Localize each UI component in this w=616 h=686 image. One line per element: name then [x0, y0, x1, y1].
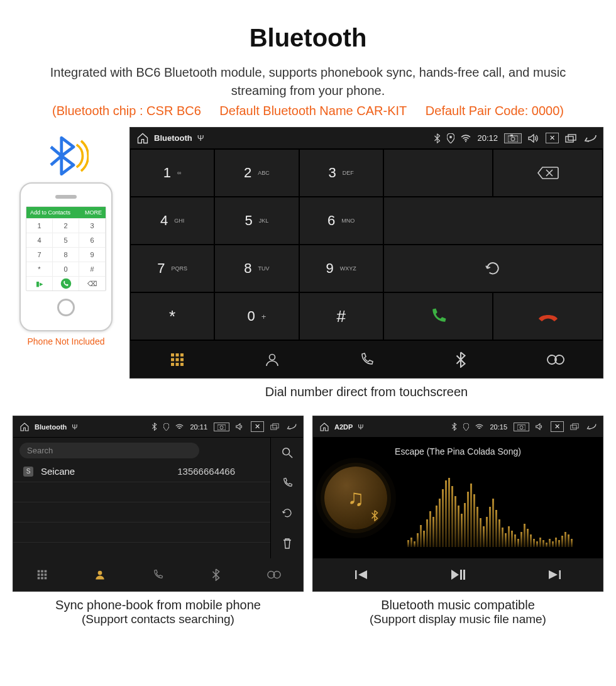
close-icon[interactable]: ✕	[546, 133, 559, 143]
handset-call-icon	[53, 276, 79, 290]
handset-key: 5	[53, 233, 79, 247]
svg-point-36	[272, 570, 281, 579]
svg-rect-13	[180, 358, 184, 361]
call-button[interactable]	[383, 292, 493, 340]
svg-rect-7	[568, 135, 576, 140]
redial-button[interactable]	[383, 245, 603, 292]
dialpad-key-8[interactable]: 8TUV	[214, 245, 299, 292]
search-input[interactable]: Search	[19, 443, 199, 458]
volume-icon[interactable]	[528, 134, 539, 143]
tab-contacts[interactable]	[224, 340, 319, 378]
svg-point-19	[553, 354, 564, 365]
svg-rect-31	[38, 577, 40, 580]
handset-video-icon: ▮▸	[26, 276, 53, 290]
svg-rect-25	[38, 570, 40, 573]
recent-apps-icon[interactable]	[565, 134, 576, 143]
close-icon[interactable]: ✕	[251, 421, 264, 432]
dialpad-key-0[interactable]: 0+	[214, 292, 299, 340]
dialer-caption: Dial number direct from touchscreen	[129, 379, 603, 411]
tab-contacts[interactable]	[71, 558, 129, 591]
home-icon[interactable]	[136, 132, 149, 145]
tab-pair[interactable]	[245, 558, 303, 591]
home-icon[interactable]	[319, 422, 329, 432]
camera-icon[interactable]	[214, 423, 229, 431]
page-subtitle: Integrated with BC6 Bluetooth module, su…	[0, 52, 616, 104]
svg-point-24	[282, 448, 289, 455]
handset-key: *	[26, 262, 53, 276]
usb-icon: Ψ	[358, 423, 363, 431]
volume-icon[interactable]	[536, 423, 544, 430]
svg-rect-10	[180, 353, 184, 357]
dialpad-key-4[interactable]: 4GHI	[130, 197, 214, 245]
location-icon	[163, 423, 169, 431]
recent-apps-icon[interactable]	[570, 423, 579, 430]
table-row	[13, 502, 270, 523]
phonebook-caption: Sync phone-book from mobile phone (Suppo…	[13, 592, 304, 638]
back-icon[interactable]	[583, 134, 597, 143]
contact-badge: S	[23, 467, 33, 477]
recent-apps-icon[interactable]	[270, 423, 279, 430]
svg-rect-22	[271, 425, 277, 429]
tab-dialpad[interactable]	[130, 340, 224, 378]
svg-rect-23	[273, 424, 278, 428]
dialpad-key-hash[interactable]: #	[299, 292, 383, 340]
svg-point-34	[98, 571, 102, 575]
svg-rect-15	[176, 363, 179, 366]
delete-icon[interactable]	[270, 528, 303, 558]
tab-bluetooth[interactable]	[414, 340, 508, 378]
table-row	[13, 482, 270, 502]
bluetooth-icon	[151, 423, 157, 431]
contact-row[interactable]: S Seicane 13566664466	[13, 461, 270, 482]
svg-rect-44	[559, 570, 561, 579]
call-icon[interactable]	[270, 468, 303, 498]
status-time: 20:15	[490, 423, 507, 431]
backspace-button[interactable]	[493, 149, 603, 197]
camera-icon[interactable]	[504, 133, 522, 143]
dialpad-key-7[interactable]: 7PQRS	[130, 245, 214, 292]
back-icon[interactable]	[285, 423, 297, 430]
volume-icon[interactable]	[236, 423, 245, 430]
svg-rect-9	[176, 353, 179, 357]
svg-rect-28	[38, 573, 40, 576]
tab-bluetooth[interactable]	[187, 558, 245, 591]
dialpad-key-star[interactable]: *	[130, 292, 214, 340]
specs-line: (Bluetooth chip : CSR BC6 Default Blueto…	[0, 104, 616, 127]
dialpad-key-1[interactable]: 1∞	[130, 149, 214, 197]
dialpad-empty	[383, 197, 603, 245]
camera-icon[interactable]	[514, 423, 529, 431]
tab-pair[interactable]	[509, 340, 603, 378]
prev-track-button[interactable]	[313, 558, 410, 591]
wifi-icon	[475, 424, 483, 430]
svg-rect-5	[510, 135, 513, 136]
hangup-button[interactable]	[493, 292, 603, 340]
equalizer-visual	[407, 478, 594, 547]
search-icon[interactable]	[270, 438, 303, 468]
phone-not-included-note: Phone Not Included	[13, 336, 119, 346]
play-pause-button[interactable]	[410, 558, 507, 591]
dialpad-key-9[interactable]: 9WXYZ	[299, 245, 383, 292]
svg-rect-27	[45, 570, 47, 573]
back-icon[interactable]	[585, 423, 597, 430]
dialpad-empty	[383, 149, 493, 197]
svg-rect-33	[45, 577, 47, 580]
close-icon[interactable]: ✕	[551, 421, 564, 432]
tab-dialpad[interactable]	[13, 558, 71, 591]
dialpad-key-5[interactable]: 5JKL	[214, 197, 299, 245]
status-time: 20:11	[190, 423, 207, 431]
next-track-button[interactable]	[506, 558, 603, 591]
dialpad-key-3[interactable]: 3DEF	[299, 149, 383, 197]
handset-key: 9	[79, 247, 106, 262]
refresh-icon[interactable]	[270, 498, 303, 528]
svg-rect-16	[180, 363, 184, 366]
dialpad-key-6[interactable]: 6MNO	[299, 197, 383, 245]
svg-rect-39	[571, 425, 576, 429]
tab-calllog[interactable]	[129, 558, 187, 591]
svg-rect-32	[41, 577, 43, 580]
dialpad-key-2[interactable]: 2ABC	[214, 149, 299, 197]
spec-name: Default Bluetooth Name CAR-KIT	[219, 104, 407, 118]
bluetooth-icon	[434, 133, 441, 143]
home-icon[interactable]	[19, 422, 30, 432]
svg-rect-42	[460, 570, 462, 580]
phone-mockup-column: Add to Contacts MORE 1 2 3 4 5 6 7 8 9 *…	[13, 127, 119, 346]
tab-calllog[interactable]	[319, 340, 414, 378]
